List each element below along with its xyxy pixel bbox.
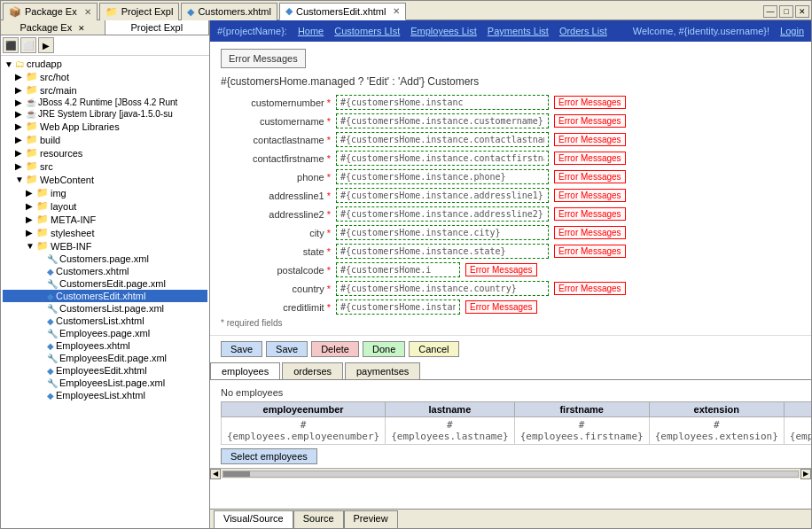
project-icon: 📁 bbox=[105, 6, 118, 18]
tree-item-webapplib[interactable]: ▶ 📁 Web App Libraries bbox=[3, 120, 207, 133]
scroll-left-button[interactable]: ◀ bbox=[210, 469, 221, 479]
tree-item-layout[interactable]: ▶ 📁 layout bbox=[3, 199, 207, 213]
tree-item-employees-xhtml[interactable]: ◆ Employees.xhtml bbox=[3, 339, 207, 352]
tree-item-customersedit-page-xml[interactable]: 🔧 CustomersEdit.page.xml bbox=[3, 277, 207, 290]
tab-close-pkg[interactable]: ✕ bbox=[84, 7, 91, 17]
tree-item-customersedit-xhtml[interactable]: ◆ CustomersEdit.xhtml bbox=[3, 290, 207, 302]
input-addressline1[interactable] bbox=[336, 188, 549, 203]
tree-toggle[interactable]: ▶ bbox=[15, 135, 26, 144]
tree-toggle[interactable]: ▶ bbox=[26, 228, 36, 237]
tree-toggle[interactable]: ▼ bbox=[26, 241, 36, 251]
left-tab-project[interactable]: Project Expl bbox=[105, 20, 210, 35]
bottom-tab-preview[interactable]: Preview bbox=[344, 510, 398, 528]
tree-item-employeeslist-page-xml[interactable]: 🔧 EmployeesList.page.xml bbox=[3, 377, 207, 389]
sub-tab-orderses[interactable]: orderses bbox=[282, 362, 343, 379]
bottom-tab-visual-source[interactable]: Visual/Source bbox=[214, 510, 293, 528]
tree-item-customers-page-xml[interactable]: 🔧 Customers.page.xml bbox=[3, 253, 207, 265]
nav-home-link[interactable]: Home bbox=[298, 26, 324, 36]
select-employees-button[interactable]: Select employees bbox=[221, 448, 317, 464]
tree-item-crudapp[interactable]: ▼ 🗂 crudapp bbox=[3, 58, 207, 70]
tab-project-explorer[interactable]: 📁 Project Expl bbox=[99, 3, 180, 20]
input-contactfirstname[interactable] bbox=[336, 151, 549, 166]
sub-tab-paymentses[interactable]: paymentses bbox=[345, 362, 420, 379]
horizontal-scrollbar[interactable]: ◀ ▶ bbox=[210, 468, 811, 478]
tree-toggle[interactable]: ▶ bbox=[15, 97, 26, 107]
done-button[interactable]: Done bbox=[363, 341, 405, 357]
tree-item-webinf[interactable]: ▼ 📁 WEB-INF bbox=[3, 239, 207, 253]
scroll-right-button[interactable]: ▶ bbox=[800, 469, 811, 479]
tree-item-employeesedit-page-xml[interactable]: 🔧 EmployeesEdit.page.xml bbox=[3, 352, 207, 364]
input-postalcode[interactable] bbox=[336, 262, 460, 277]
tree-toggle[interactable]: ▶ bbox=[15, 109, 26, 119]
tree-item-webcontent[interactable]: ▼ 📁 WebContent bbox=[3, 173, 207, 186]
java-icon: ☕ bbox=[26, 109, 36, 119]
tree-toggle[interactable]: ▶ bbox=[15, 85, 26, 95]
expand-all-button[interactable]: ⬜ bbox=[20, 37, 36, 53]
input-customername[interactable] bbox=[336, 113, 549, 128]
bottom-tab-source[interactable]: Source bbox=[293, 510, 344, 528]
tree-toggle[interactable]: ▶ bbox=[15, 161, 26, 171]
tree-toggle[interactable]: ▼ bbox=[4, 59, 15, 69]
tree-item-metainf[interactable]: ▶ 📁 META-INF bbox=[3, 213, 207, 226]
tree-toggle[interactable]: ▶ bbox=[26, 201, 36, 211]
tree-item-img[interactable]: ▶ 📁 img bbox=[3, 186, 207, 199]
tree-item-employees-page-xml[interactable]: 🔧 Employees.page.xml bbox=[3, 327, 207, 339]
xhtml-file-icon: ◆ bbox=[47, 341, 54, 351]
minimize-button[interactable]: — bbox=[763, 5, 777, 18]
error-badge-city: Error Messages bbox=[554, 226, 626, 239]
close-button[interactable]: ✕ bbox=[795, 5, 809, 18]
tree-item-label: WebContent bbox=[40, 175, 94, 185]
tree-item-employeesedit-xhtml[interactable]: ◆ EmployeesEdit.xhtml bbox=[3, 364, 207, 377]
tree-toggle[interactable]: ▶ bbox=[15, 72, 26, 82]
input-customernumber[interactable] bbox=[336, 95, 549, 110]
tree-item-srchot[interactable]: ▶ 📁 src/hot bbox=[3, 70, 207, 83]
link-with-editor-button[interactable]: ▶ bbox=[38, 37, 54, 53]
error-badge-addressline1: Error Messages bbox=[554, 189, 626, 202]
nav-customers-list-link[interactable]: Customers LIst bbox=[334, 26, 400, 36]
input-country[interactable] bbox=[336, 281, 549, 296]
collapse-all-button[interactable]: ⬛ bbox=[3, 37, 19, 53]
tree-item-employeeslist-xhtml[interactable]: ◆ EmployeesList.xhtml bbox=[3, 389, 207, 401]
tree-item-jboss[interactable]: ▶ ☕ JBoss 4.2 Runtime [JBoss 4.2 Runt bbox=[3, 97, 207, 108]
nav-orders-list-link[interactable]: Orders List bbox=[559, 26, 607, 36]
xhtml-file-icon: ◆ bbox=[47, 292, 54, 301]
tree-item-customers-xhtml[interactable]: ◆ Customers.xhtml bbox=[3, 265, 207, 277]
input-phone[interactable] bbox=[336, 169, 549, 184]
tree-item-src[interactable]: ▶ 📁 src bbox=[3, 159, 207, 173]
left-tab-package[interactable]: Package Ex ✕ bbox=[1, 20, 105, 35]
save-button-1[interactable]: Save bbox=[221, 341, 262, 357]
input-creditlimit[interactable] bbox=[336, 300, 460, 315]
tree-toggle[interactable]: ▶ bbox=[15, 121, 26, 131]
tree-toggle[interactable]: ▶ bbox=[15, 148, 26, 158]
input-contactlastname[interactable] bbox=[336, 132, 549, 147]
tree-item-srcmain[interactable]: ▶ 📁 src/main bbox=[3, 83, 207, 97]
required-star: * bbox=[327, 135, 331, 145]
tree-item-jre[interactable]: ▶ ☕ JRE System Library [java-1.5.0-su bbox=[3, 108, 207, 120]
maximize-button[interactable]: □ bbox=[779, 5, 793, 18]
input-addressline2[interactable] bbox=[336, 206, 549, 222]
tree-toggle[interactable]: ▶ bbox=[26, 188, 36, 198]
save-button-2[interactable]: Save bbox=[266, 341, 308, 357]
sub-tab-employees[interactable]: employees bbox=[210, 362, 280, 379]
nav-payments-list-link[interactable]: Payments List bbox=[488, 26, 549, 36]
tab-customers-edit[interactable]: ◆ CustomersEdit.xhtml ✕ bbox=[279, 3, 406, 20]
tree-item-build[interactable]: ▶ 📁 build bbox=[3, 133, 207, 146]
input-city[interactable] bbox=[336, 225, 549, 240]
tree-item-stylesheet[interactable]: ▶ 📁 stylesheet bbox=[3, 226, 207, 239]
nav-login-link[interactable]: Login bbox=[780, 26, 804, 36]
tree-item-customerslist-xhtml[interactable]: ◆ CustomersList.xhtml bbox=[3, 315, 207, 327]
scroll-thumb[interactable] bbox=[223, 471, 250, 477]
tree-item-customerslist-page-xml[interactable]: 🔧 CustomersList.page.xml bbox=[3, 302, 207, 315]
scroll-track[interactable] bbox=[223, 471, 799, 478]
nav-employees-list-link[interactable]: Employees List bbox=[410, 26, 477, 36]
delete-button[interactable]: Delete bbox=[311, 341, 359, 357]
input-state[interactable] bbox=[336, 244, 549, 259]
tab-close-edit[interactable]: ✕ bbox=[393, 6, 400, 16]
left-tab-close[interactable]: ✕ bbox=[78, 24, 85, 33]
tab-customers-xhtml[interactable]: ◆ Customers.xhtml bbox=[181, 3, 277, 20]
tab-package-explorer[interactable]: 📦 Package Ex ✕ bbox=[3, 3, 98, 20]
tree-item-resources[interactable]: ▶ 📁 resources bbox=[3, 146, 207, 159]
tree-toggle[interactable]: ▼ bbox=[15, 175, 26, 184]
cancel-button[interactable]: Cancel bbox=[409, 341, 458, 357]
tree-toggle[interactable]: ▶ bbox=[26, 214, 36, 224]
